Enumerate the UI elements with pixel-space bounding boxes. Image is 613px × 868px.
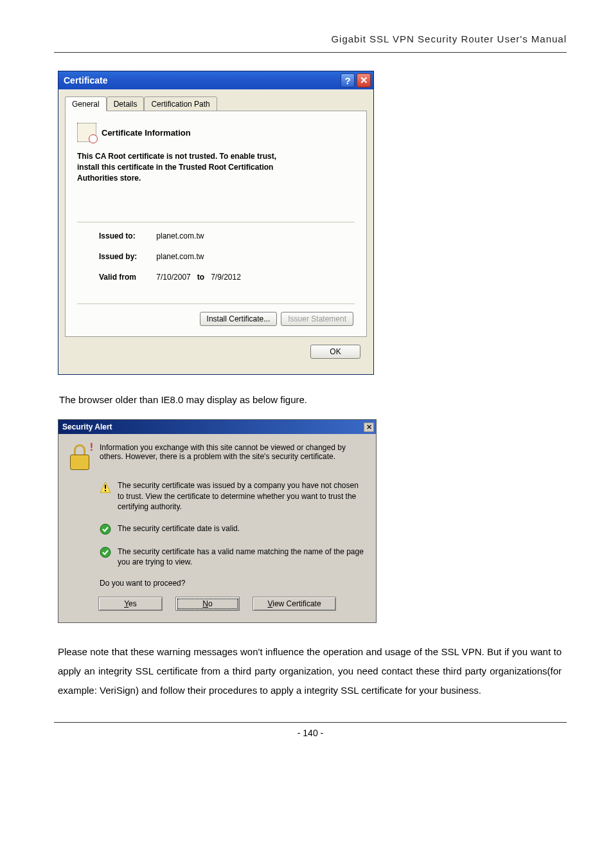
cert-warn-line: install this certificate in the Trusted …: [77, 162, 353, 173]
page-number: - 140 -: [54, 728, 567, 738]
install-certificate-button[interactable]: Install Certificate...: [200, 312, 278, 326]
cert-warn-line: Authorities store.: [77, 173, 353, 184]
valid-from-label: Valid from: [99, 273, 154, 282]
security-alert-intro: Information you exchange with this site …: [100, 443, 366, 461]
tab-details[interactable]: Details: [107, 96, 145, 111]
divider: [77, 303, 355, 304]
tab-cert-path[interactable]: Certification Path: [144, 96, 217, 111]
certificate-titlebar: Certificate ? ✕: [58, 71, 373, 89]
alert-item-text: The security certificate date is valid.: [118, 523, 240, 534]
alert-item-warning: The security certificate was issued by a…: [100, 480, 366, 512]
yes-rest: es: [129, 599, 137, 608]
check-circle-icon: [100, 523, 111, 535]
view-certificate-button[interactable]: View Certificate: [253, 597, 336, 611]
security-alert-title: Security Alert: [62, 422, 112, 431]
issued-by-value: planet.com.tw: [156, 252, 204, 261]
svg-point-4: [100, 547, 111, 557]
issued-by-row: Issued by: planet.com.tw: [99, 252, 355, 261]
valid-to-label: to: [197, 273, 204, 282]
security-alert-dialog: Security Alert ✕ ! Information you excha…: [58, 419, 377, 623]
cert-warn-line: This CA Root certificate is not trusted.…: [77, 151, 353, 162]
security-alert-titlebar: Security Alert ✕: [58, 420, 376, 434]
valid-from-row: Valid from 7/10/2007 to 7/9/2012: [99, 273, 355, 282]
view-rest: iew Certificate: [272, 599, 321, 608]
lock-warning-icon: !: [69, 443, 91, 470]
certificate-tabpanel-general: ✕ Certificate Information This CA Root c…: [65, 111, 367, 337]
no-button[interactable]: No: [175, 597, 240, 611]
issued-to-value: planet.com.tw: [156, 231, 204, 240]
valid-to-value: 7/9/2012: [211, 273, 241, 282]
alert-item-valid-date: The security certificate date is valid.: [100, 523, 366, 535]
certificate-tabs: General Details Certification Path: [65, 96, 367, 111]
svg-rect-1: [105, 485, 106, 489]
proceed-question: Do you want to proceed?: [100, 579, 366, 588]
alert-item-text: The security certificate has a valid nam…: [118, 547, 366, 567]
certificate-info-heading: Certificate Information: [102, 128, 191, 138]
check-circle-icon: [100, 547, 111, 558]
certificate-title: Certificate: [64, 75, 107, 86]
warning-triangle-icon: [100, 482, 111, 493]
certificate-warning-icon: ✕: [77, 123, 96, 142]
issued-to-row: Issued to: planet.com.tw: [99, 231, 355, 240]
alert-item-valid-name: The security certificate has a valid nam…: [100, 547, 366, 567]
footer-rule: [54, 722, 567, 723]
svg-point-3: [100, 524, 111, 534]
header-rule: [54, 52, 567, 53]
ok-button[interactable]: OK: [310, 345, 360, 359]
tab-general[interactable]: General: [65, 96, 107, 111]
no-mnemonic: N: [202, 599, 208, 608]
close-icon[interactable]: ✕: [364, 422, 374, 432]
page-header: Gigabit SSL VPN Security Router User's M…: [54, 33, 567, 50]
divider: [77, 222, 355, 222]
body-paragraph: Please note that these warning messages …: [58, 642, 562, 700]
no-rest: o: [208, 599, 213, 608]
valid-from-value: 7/10/2007: [156, 273, 190, 282]
issued-to-label: Issued to:: [99, 231, 154, 240]
alert-item-text: The security certificate was issued by a…: [118, 480, 366, 512]
certificate-dialog: Certificate ? ✕ General Details Certific…: [58, 71, 374, 375]
help-icon[interactable]: ?: [341, 73, 355, 87]
close-icon[interactable]: ✕: [357, 73, 371, 87]
yes-button[interactable]: Yes: [98, 597, 163, 611]
body-text: The browser older than IE8.0 may display…: [59, 394, 567, 405]
issued-by-label: Issued by:: [99, 252, 154, 261]
issuer-statement-button: Issuer Statement: [281, 312, 353, 326]
certificate-warning-text: This CA Root certificate is not trusted.…: [77, 151, 353, 183]
svg-rect-2: [105, 490, 106, 491]
